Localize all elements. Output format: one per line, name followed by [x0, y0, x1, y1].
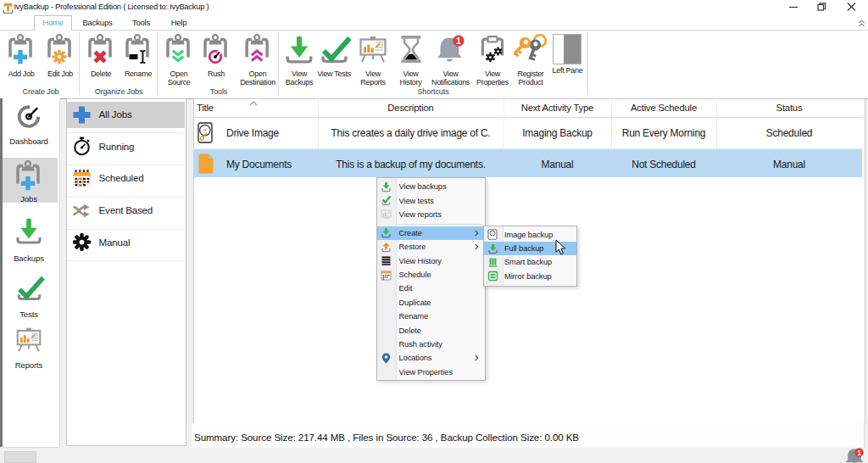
- svg-text:1: 1: [456, 36, 461, 46]
- svg-text:1: 1: [857, 449, 861, 457]
